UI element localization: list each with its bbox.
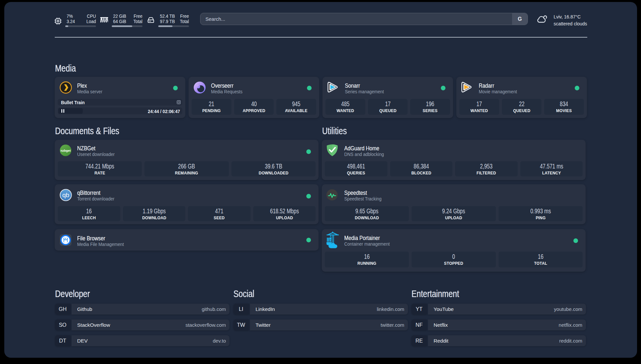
svg-text:nzbget: nzbget bbox=[61, 149, 71, 152]
svg-text:qb: qb bbox=[62, 192, 69, 198]
